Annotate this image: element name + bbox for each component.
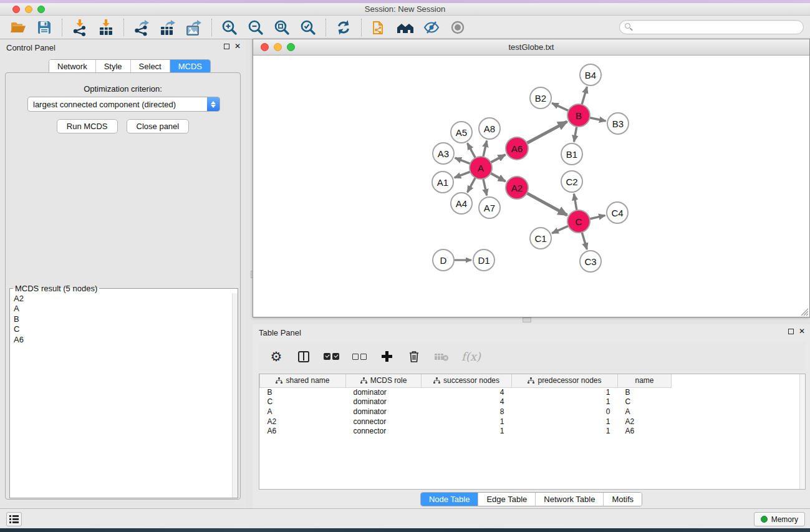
save-session-button[interactable] [31, 17, 57, 38]
import-table-button[interactable] [93, 17, 119, 38]
zoom-in-button[interactable] [216, 17, 243, 38]
import-network-button[interactable] [67, 17, 93, 38]
tab-network[interactable]: Network [49, 60, 96, 73]
tab-style[interactable]: Style [96, 60, 131, 73]
run-mcds-button[interactable]: Run MCDS [57, 119, 118, 133]
show-column-button[interactable] [296, 349, 311, 365]
graph-edge-A-A4[interactable] [468, 177, 476, 192]
graph-node-C[interactable]: C [567, 210, 591, 233]
zoom-fit-button[interactable] [269, 17, 295, 38]
refresh-button[interactable] [330, 17, 357, 38]
tab-network-table[interactable]: Network Table [536, 493, 604, 506]
create-column-button[interactable] [379, 349, 394, 365]
memory-button[interactable]: Memory [754, 512, 805, 526]
optimization-criterion-select[interactable]: largest connected component (directed) [27, 97, 220, 112]
result-item[interactable]: C [14, 324, 232, 334]
graph-node-B4[interactable]: B4 [579, 64, 602, 86]
hide-selected-button[interactable] [418, 17, 445, 38]
graph-edge-A2-C[interactable] [526, 193, 567, 215]
graph-node-A8[interactable]: A8 [478, 117, 501, 140]
result-item[interactable]: A6 [14, 335, 232, 345]
graph-edge-A-A7[interactable] [483, 178, 487, 196]
delete-table-button[interactable] [434, 349, 449, 365]
main-titlebar[interactable]: Session: New Session [0, 3, 810, 16]
close-panel-icon[interactable]: ✕ [234, 43, 241, 50]
graph-edge-B-B1[interactable] [574, 126, 577, 142]
first-neighbors-button[interactable] [392, 17, 418, 38]
graph-edge-A-A8[interactable] [483, 141, 487, 158]
graph-node-A4[interactable]: A4 [450, 192, 473, 215]
graph-node-A6[interactable]: A6 [505, 137, 529, 160]
graph-node-B1[interactable]: B1 [561, 143, 583, 165]
tab-select[interactable]: Select [131, 60, 170, 73]
function-builder-button[interactable]: f(x) [461, 349, 481, 365]
zoom-selected-button[interactable] [295, 17, 321, 38]
tab-mcds[interactable]: MCDS [170, 60, 210, 73]
export-table-button[interactable] [155, 17, 181, 38]
graph-node-D1[interactable]: D1 [473, 249, 495, 271]
graph-node-C2[interactable]: C2 [561, 170, 583, 193]
column-header-mcds-role[interactable]: MCDS role [346, 374, 422, 387]
graph-edge-C-C3[interactable] [582, 231, 587, 249]
result-item[interactable]: B [14, 314, 232, 324]
result-item[interactable]: A [14, 304, 232, 314]
graph-node-D[interactable]: D [432, 249, 455, 271]
graph-node-A2[interactable]: A2 [505, 176, 529, 200]
graph-edge-A-A2[interactable] [490, 173, 506, 181]
table-row[interactable]: Cdominator41C [260, 397, 672, 407]
graph-edge-C-C1[interactable] [552, 226, 569, 233]
tab-motifs[interactable]: Motifs [604, 493, 642, 506]
unselect-all-columns-button[interactable] [352, 349, 367, 365]
select-all-columns-button[interactable] [324, 349, 339, 365]
graph-node-B3[interactable]: B3 [607, 112, 629, 135]
graph-edge-C-C2[interactable] [574, 194, 577, 211]
table-settings-button[interactable]: ⚙ [269, 349, 284, 365]
network-canvas[interactable]: B4B2BB3A8A5A6A3B1AC2A1A2A4A7C4CC1C3DD1 [253, 56, 809, 317]
graph-edge-A-A1[interactable] [455, 172, 471, 178]
float-panel-icon[interactable] [224, 44, 229, 49]
tab-edge-table[interactable]: Edge Table [478, 493, 536, 506]
table-row[interactable]: A2connector11A2 [260, 417, 672, 427]
table-row[interactable]: Adominator80A [260, 407, 672, 417]
graph-node-A7[interactable]: A7 [478, 196, 501, 219]
column-header-shared-name[interactable]: shared name [260, 374, 346, 387]
graph-node-B2[interactable]: B2 [529, 87, 552, 109]
graph-node-C4[interactable]: C4 [606, 201, 629, 224]
graph-node-C1[interactable]: C1 [529, 227, 552, 249]
graph-edge-A6-B[interactable] [526, 122, 567, 143]
graph-edge-B-B2[interactable] [552, 103, 569, 111]
export-image-button[interactable] [181, 17, 207, 38]
graph-node-B[interactable]: B [567, 104, 591, 127]
export-network-button[interactable] [128, 17, 155, 38]
search-input[interactable] [619, 20, 804, 34]
tab-node-table[interactable]: Node Table [421, 493, 479, 506]
delete-column-button[interactable] [407, 349, 422, 365]
result-item[interactable]: A2 [14, 294, 232, 304]
table-row[interactable]: Bdominator41B [260, 387, 672, 397]
show-all-button[interactable] [445, 17, 471, 38]
graph-edge-A-A5[interactable] [468, 143, 476, 158]
close-table-panel-icon[interactable]: ✕ [799, 328, 805, 335]
task-history-button[interactable] [6, 512, 22, 526]
resize-grip-icon[interactable] [801, 308, 809, 316]
column-header-predecessor-nodes[interactable]: predecessor nodes [512, 374, 618, 387]
zoom-out-button[interactable] [243, 17, 269, 38]
open-file-button[interactable] [5, 17, 31, 38]
horizontal-splitter-handle[interactable] [523, 317, 531, 322]
graph-edge-A-A6[interactable] [490, 155, 505, 163]
graph-edge-A-A3[interactable] [455, 158, 471, 164]
close-panel-button[interactable]: Close panel [127, 119, 190, 133]
graph-node-A[interactable]: A [469, 156, 493, 180]
graph-node-A5[interactable]: A5 [450, 121, 473, 143]
float-table-panel-icon[interactable] [788, 329, 794, 334]
graph-node-A1[interactable]: A1 [432, 171, 454, 193]
graph-node-C3[interactable]: C3 [579, 250, 602, 273]
column-header-name[interactable]: name [618, 374, 672, 387]
result-scrollbar[interactable] [232, 293, 238, 498]
table-scrollbar[interactable] [799, 374, 805, 489]
column-header-successor-nodes[interactable]: successor nodes [422, 374, 512, 387]
network-window-titlebar[interactable]: testGlobe.txt [253, 39, 809, 56]
graph-edge-C-C4[interactable] [589, 215, 605, 219]
graph-edge-B-B4[interactable] [582, 87, 587, 105]
table-row[interactable]: A6connector11A6 [260, 426, 672, 436]
